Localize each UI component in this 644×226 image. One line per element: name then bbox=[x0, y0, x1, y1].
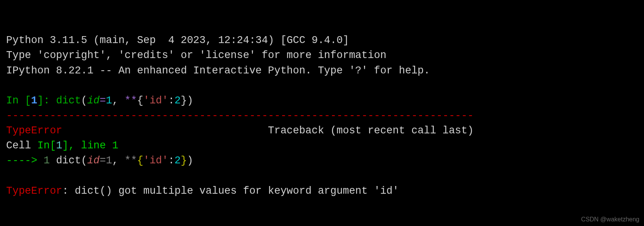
close-paren: ) bbox=[187, 95, 193, 106]
final-error-msg: : dict() got multiple values for keyword… bbox=[62, 185, 399, 197]
cell-in: In[ bbox=[37, 140, 56, 151]
banner-line-1: Python 3.11.5 (main, Sep 4 2023, 12:24:3… bbox=[6, 35, 349, 46]
cell-prefix: Cell bbox=[6, 140, 37, 151]
str-quote-close: ' bbox=[162, 95, 168, 106]
tb-comma: , bbox=[112, 155, 124, 166]
close-curly: } bbox=[181, 95, 187, 106]
input-prompt[interactable]: In [1]: dict(id=1, **{'id':2}) bbox=[6, 95, 193, 106]
dict-colon: : bbox=[168, 95, 174, 106]
cell-close: ] bbox=[62, 140, 68, 151]
cell-num: 1 bbox=[56, 140, 62, 151]
banner-line-3: IPython 8.22.1 -- An enhanced Interactiv… bbox=[6, 65, 430, 76]
tb-val2: 2 bbox=[174, 155, 180, 166]
terminal-output: Python 3.11.5 (main, Sep 4 2023, 12:24:3… bbox=[6, 33, 638, 199]
tb-stars: ** bbox=[125, 155, 137, 166]
num-literal-1: 1 bbox=[106, 95, 112, 106]
final-error-name: TypeError bbox=[6, 185, 62, 197]
open-curly: { bbox=[137, 95, 143, 106]
tb-eq: = bbox=[100, 155, 106, 166]
tb-colon: : bbox=[168, 155, 174, 166]
equals-op: = bbox=[100, 95, 106, 106]
tb-open-paren: ( bbox=[81, 155, 87, 166]
error-name: TypeError bbox=[6, 125, 62, 136]
tb-val1: 1 bbox=[106, 155, 112, 166]
prompt-number: 1 bbox=[31, 95, 37, 106]
watermark: CSDN @waketzheng bbox=[581, 215, 639, 224]
cell-line: , line 1 bbox=[68, 140, 118, 151]
tb-kwarg: id bbox=[87, 155, 100, 166]
double-star-op: ** bbox=[125, 95, 137, 106]
open-paren: ( bbox=[81, 95, 87, 106]
prompt-suffix: ]: bbox=[37, 95, 56, 106]
separator-line: ----------------------------------------… bbox=[6, 110, 474, 121]
tb-open-curly: { bbox=[137, 155, 143, 166]
tb-q1: ' bbox=[143, 155, 149, 166]
kwarg-name: id bbox=[87, 95, 100, 106]
tb-close-curly: } bbox=[181, 155, 187, 166]
func-call: dict bbox=[56, 95, 81, 106]
str-key: id bbox=[150, 95, 162, 106]
prompt-prefix: In [ bbox=[6, 95, 31, 106]
tb-q2: ' bbox=[162, 155, 168, 166]
num-literal-2: 2 bbox=[174, 95, 180, 106]
arrow-icon: ----> bbox=[6, 155, 43, 166]
tb-close-paren: ) bbox=[187, 155, 193, 166]
tb-lineno: 1 bbox=[43, 155, 50, 166]
tb-key: id bbox=[150, 155, 162, 166]
traceback-label: Traceback (most recent call last) bbox=[268, 125, 474, 136]
banner-line-2: Type 'copyright', 'credits' or 'license'… bbox=[6, 50, 386, 61]
tb-func: dict bbox=[56, 155, 81, 166]
comma: , bbox=[112, 95, 124, 106]
str-quote-open: ' bbox=[143, 95, 149, 106]
tb-space bbox=[50, 155, 56, 166]
